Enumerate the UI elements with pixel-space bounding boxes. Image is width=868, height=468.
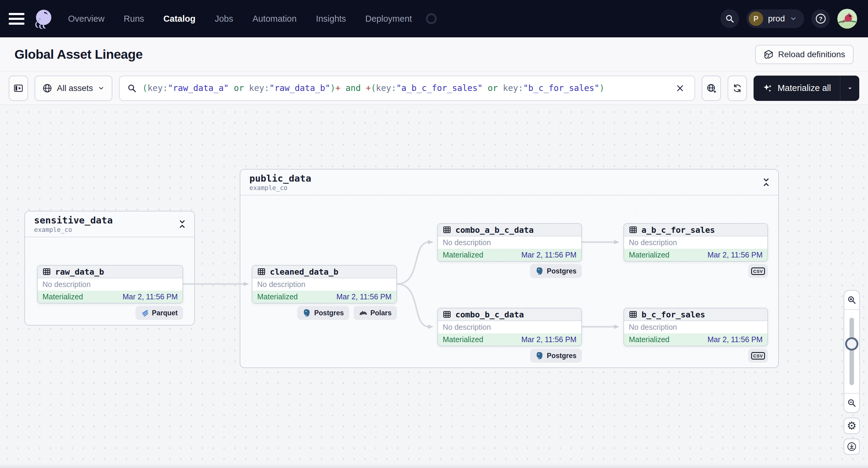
zoom-controls [844,290,860,413]
postgres-icon [535,351,544,360]
table-icon [629,225,637,234]
zoom-slider-thumb[interactable] [845,337,858,350]
view-global-graph-button[interactable] [702,75,721,101]
zoom-slider-track[interactable] [849,318,854,385]
zoom-out-button[interactable] [844,394,859,412]
asset-description: No description [624,321,767,333]
materialized-status: Materialized [443,335,484,344]
kind-tag-label: Polars [370,309,392,317]
asset-node-combo-b-c-data[interactable]: combo_b_c_data No description Materializ… [437,308,582,346]
asset-status-row: Materialized Mar 2, 11:56 PM [624,333,767,346]
csv-icon: CSV [751,352,765,360]
materialized-timestamp[interactable]: Mar 2, 11:56 PM [521,335,577,344]
kind-tag-csv[interactable]: CSV [748,264,768,278]
sparkle-icon [763,83,773,93]
asset-kind-tags: Postgres Polars [252,306,397,320]
group-header-sensitive-data[interactable]: sensitive_data example_co [25,211,194,237]
postgres-icon [535,267,544,275]
materialize-all-button[interactable]: Materialize all [753,75,840,101]
nav-item-overview[interactable]: Overview [68,14,104,24]
materialized-timestamp[interactable]: Mar 2, 11:56 PM [708,335,763,344]
asset-selection-input[interactable]: (key:"raw_data_a" or key:"raw_data_b")+ … [119,75,695,101]
asset-kind-tags: CSV [623,349,768,363]
help-button[interactable]: ? [811,9,830,28]
search-button[interactable] [720,9,739,28]
materialized-timestamp[interactable]: Mar 2, 11:56 PM [708,251,763,259]
asset-scope-dropdown[interactable]: All assets [35,75,112,101]
asset-scope-label: All assets [57,84,93,93]
asset-node-combo-a-b-c-data[interactable]: combo_a_b_c_data No description Material… [437,223,582,262]
zoom-slider [844,309,859,394]
materialize-all-label: Materialize all [778,83,831,93]
asset-node-cleaned-data-b[interactable]: cleaned_data_b No description Materializ… [252,265,397,304]
deployment-switcher[interactable]: P prod [746,9,804,28]
deployment-initial-badge: P [749,11,763,26]
materialized-timestamp[interactable]: Mar 2, 11:56 PM [521,251,577,259]
reload-definitions-icon [764,50,774,60]
table-icon [629,310,637,319]
help-icon: ? [815,13,827,25]
nav-item-runs[interactable]: Runs [124,14,144,24]
kind-tag-label: Postgres [314,309,344,317]
asset-status-row: Materialized Mar 2, 11:56 PM [438,333,581,346]
asset-node-b-c-for-sales[interactable]: b_c_for_sales No description Materialize… [623,308,768,346]
graph-settings-button[interactable]: ⚙ [844,418,860,434]
csv-icon: CSV [751,268,765,275]
hamburger-menu-icon[interactable] [0,0,33,37]
materialized-timestamp[interactable]: Mar 2, 11:56 PM [123,292,178,301]
asset-selection-query[interactable]: (key:"raw_data_a" or key:"raw_data_b")+ … [143,83,668,93]
user-avatar[interactable] [837,9,857,29]
search-icon [127,84,136,93]
table-icon [257,268,266,276]
materialized-status: Materialized [443,251,484,259]
svg-text:?: ? [819,15,823,22]
nav-item-automation[interactable]: Automation [252,14,297,24]
zoom-in-icon [847,295,856,305]
reload-definitions-button[interactable]: Reload definitions [755,45,854,64]
refresh-button[interactable] [727,75,747,101]
asset-node-a-b-c-for-sales[interactable]: a_b_c_for_sales No description Materiali… [623,223,768,262]
materialize-options-button[interactable] [840,75,859,101]
clear-query-button[interactable] [674,82,687,95]
deployment-name: prod [768,14,785,24]
asset-name: combo_b_c_data [455,310,524,319]
dagster-logo[interactable] [33,8,54,29]
asset-node-raw-data-b[interactable]: raw_data_b No description Materialized M… [37,265,183,304]
zoom-in-button[interactable] [844,291,859,309]
close-icon [676,84,684,92]
kind-tag-polars[interactable]: Polars [353,306,397,320]
nav-item-catalog[interactable]: Catalog [163,14,195,24]
nav-item-deployment[interactable]: Deployment [365,14,412,24]
nav-item-insights[interactable]: Insights [316,14,346,24]
materialized-timestamp[interactable]: Mar 2, 11:56 PM [336,292,392,301]
group-code-location: example_co [249,184,311,191]
materialized-status: Materialized [629,335,670,344]
asset-kind-tags: Parquet [37,306,183,320]
kind-tag-postgres[interactable]: Postgres [530,349,582,363]
kind-tag-parquet[interactable]: Parquet [135,306,183,320]
asset-status-row: Materialized Mar 2, 11:56 PM [38,291,183,303]
collapse-group-icon[interactable] [762,177,770,187]
kind-tag-csv[interactable]: CSV [748,349,768,363]
asset-kind-tags: Postgres [437,264,582,278]
kind-tag-label: Postgres [547,352,577,360]
nav-item-jobs[interactable]: Jobs [215,14,233,24]
asset-description: No description [38,278,183,291]
chevron-down-icon [847,85,853,92]
kind-tag-postgres[interactable]: Postgres [297,306,349,320]
globe-icon [42,84,52,93]
lineage-canvas[interactable]: sensitive_data example_co public_data ex… [0,105,868,468]
table-icon [443,225,451,234]
asset-description: No description [252,278,396,291]
asset-description: No description [438,321,581,333]
download-graph-button[interactable] [844,438,860,455]
collapse-group-icon[interactable] [178,219,186,229]
kind-tag-postgres[interactable]: Postgres [530,264,582,278]
zoom-out-icon [847,399,856,407]
asset-status-row: Materialized Mar 2, 11:56 PM [624,249,767,261]
group-header-public-data[interactable]: public_data example_co [240,169,778,195]
asset-name: cleaned_data_b [270,267,339,277]
reload-definitions-label: Reload definitions [778,50,845,59]
open-left-panel-button[interactable] [9,75,28,101]
download-icon [847,441,857,452]
